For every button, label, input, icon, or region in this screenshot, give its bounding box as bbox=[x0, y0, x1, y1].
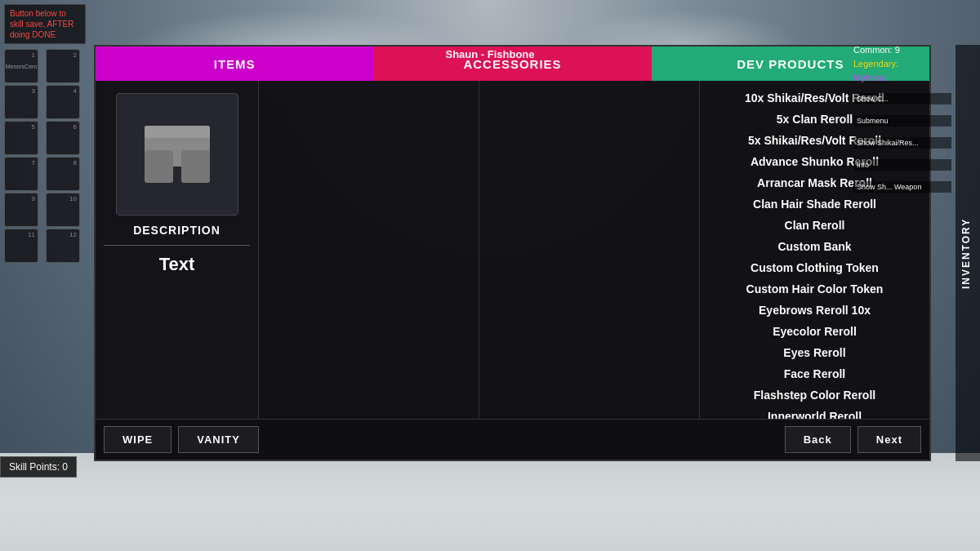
item-preview bbox=[116, 93, 238, 216]
legendary-label: Legendary: bbox=[853, 59, 951, 69]
skill-slot-8[interactable]: 8 bbox=[46, 157, 80, 191]
description-text: Text bbox=[159, 254, 195, 275]
dev-product-item[interactable]: Custom Clothing Token bbox=[700, 257, 929, 278]
right-info-panel: Common: 9 Legendary: Mythical: Show C...… bbox=[853, 45, 951, 193]
skill-slot-12[interactable]: 12 bbox=[46, 229, 80, 263]
show-info-button[interactable]: Info bbox=[853, 159, 951, 171]
tab-accessories[interactable]: ACCESSORIES bbox=[373, 47, 651, 81]
inventory-label: INVENTORY bbox=[956, 45, 980, 461]
right-sidebar: INVENTORY bbox=[956, 45, 980, 461]
show-weapon-button[interactable]: Show Sh... Weapon bbox=[853, 181, 951, 193]
items-column bbox=[259, 81, 479, 419]
description-label: DESCRIPTION bbox=[133, 224, 220, 237]
skill-slot-1[interactable]: 1 MenorsCero bbox=[4, 49, 38, 83]
common-count: Common: 9 bbox=[853, 45, 951, 55]
show-shikai-button[interactable]: Show Shikai/Res... bbox=[853, 137, 951, 149]
description-panel: DESCRIPTION Text bbox=[96, 81, 259, 419]
tabs-row: ITEMS ACCESSORIES DEV PRODUCTS bbox=[96, 47, 929, 81]
dev-product-item[interactable]: Eyecolor Reroll bbox=[700, 321, 929, 342]
svg-rect-3 bbox=[145, 126, 210, 138]
bottom-right-buttons: Back Next bbox=[785, 426, 921, 453]
dev-product-item[interactable]: Face Reroll bbox=[700, 363, 929, 384]
skill-slot-5[interactable]: 5 bbox=[4, 121, 38, 155]
main-panel: ITEMS ACCESSORIES DEV PRODUCTS DESCRIPTI… bbox=[94, 45, 931, 461]
dev-product-item[interactable]: Clan Reroll bbox=[700, 215, 929, 236]
svg-rect-1 bbox=[145, 150, 173, 183]
left-sidebar: Button below to skill save, AFTER doing … bbox=[0, 0, 90, 473]
dev-product-item[interactable]: Eyebrows Reroll 10x bbox=[700, 300, 929, 321]
sidebar-instruction: Button below to skill save, AFTER doing … bbox=[4, 4, 86, 44]
dev-product-item[interactable]: Flashstep Color Reroll bbox=[700, 384, 929, 406]
skill-points-bar: Skill Points: 0 bbox=[0, 456, 77, 478]
content-area: DESCRIPTION Text 10x Shikai/Res/Volt Rer… bbox=[96, 81, 929, 419]
skill-slot-10[interactable]: 10 bbox=[46, 193, 80, 227]
skill-slot-9[interactable]: 9 bbox=[4, 193, 38, 227]
dev-product-item[interactable]: Clan Hair Shade Reroll bbox=[700, 193, 929, 215]
skill-slot-7[interactable]: 7 bbox=[4, 157, 38, 191]
dev-product-item[interactable]: Custom Bank bbox=[700, 236, 929, 257]
description-divider bbox=[104, 245, 250, 246]
vanity-button[interactable]: VANITY bbox=[178, 426, 259, 453]
skill-slot-11[interactable]: 11 bbox=[4, 229, 38, 263]
item-preview-icon bbox=[140, 122, 214, 187]
dev-product-item[interactable]: Innerworld Reroll bbox=[700, 406, 929, 419]
show-clothing-button[interactable]: Show C... bbox=[853, 93, 951, 104]
dev-product-item[interactable]: Custom Hair Color Token bbox=[700, 278, 929, 300]
dev-product-item[interactable]: Eyes Reroll bbox=[700, 342, 929, 363]
show-sub-button[interactable]: Submenu bbox=[853, 115, 951, 127]
skill-slot-4[interactable]: 4 bbox=[46, 85, 80, 119]
back-button[interactable]: Back bbox=[785, 426, 851, 453]
bottom-bar: WIPE VANITY Back Next bbox=[96, 419, 929, 460]
bottom-left-buttons: WIPE VANITY bbox=[104, 426, 259, 453]
wipe-button[interactable]: WIPE bbox=[104, 426, 172, 453]
skill-slot-3[interactable]: 3 bbox=[4, 85, 38, 119]
next-button[interactable]: Next bbox=[858, 426, 921, 453]
skill-grid: 1 MenorsCero 2 3 4 5 6 7 8 9 10 11 bbox=[4, 49, 86, 263]
accessories-column bbox=[479, 81, 700, 419]
tab-items[interactable]: ITEMS bbox=[96, 47, 373, 81]
mythical-label: Mythical: bbox=[853, 73, 951, 82]
svg-rect-2 bbox=[181, 150, 210, 183]
skill-slot-6[interactable]: 6 bbox=[46, 121, 80, 155]
skill-slot-2[interactable]: 2 bbox=[46, 49, 80, 83]
